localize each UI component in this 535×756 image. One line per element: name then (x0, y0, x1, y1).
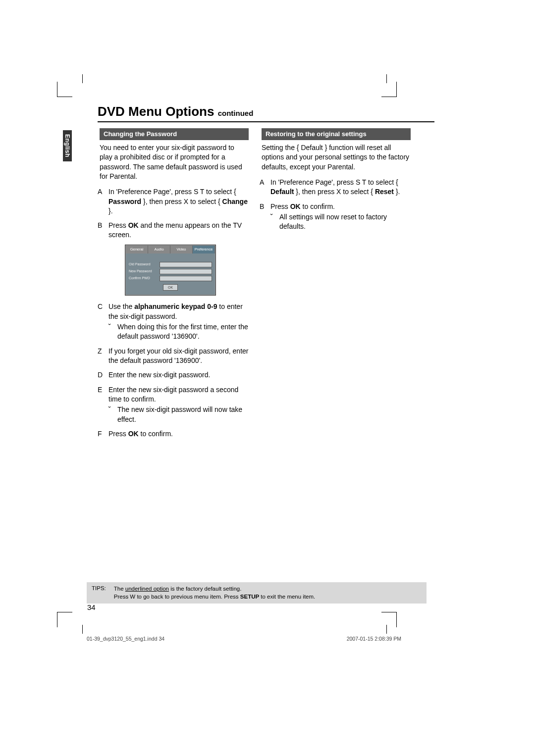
underlined-text: underlined option (125, 586, 169, 592)
crop-mark (57, 82, 72, 97)
footer-filename: 01-39_dvp3120_55_eng1.indd 34 (87, 636, 164, 642)
step-d: D Enter the new six-digit password. (98, 370, 249, 380)
text: Use the (108, 302, 134, 310)
step-label: C (98, 302, 108, 341)
footer-timestamp: 2007-01-15 2:08:39 PM (347, 636, 401, 642)
emphasis: alphanumeric keypad 0-9 (134, 302, 217, 310)
crop-tick (386, 625, 387, 634)
text: All settings will now reset to factory d… (279, 212, 411, 232)
osd-field (160, 262, 212, 267)
step-label: F (98, 429, 108, 439)
step-label: Z (98, 347, 108, 366)
title-main: DVD Menu Options (98, 104, 214, 119)
step-label: A (98, 187, 108, 216)
text: Press (108, 430, 128, 438)
right-column: Restoring to the original settings Setti… (260, 128, 411, 444)
osd-tab: Video (170, 246, 193, 253)
manual-page: English DVD Menu Options continued Chang… (77, 77, 433, 444)
page-title: DVD Menu Options continued (98, 104, 433, 119)
tips-label: TIPS: (92, 585, 106, 601)
language-tab: English (63, 130, 72, 161)
emphasis: OK (128, 430, 139, 438)
step-e: E Enter the new six-digit password a sec… (98, 385, 249, 424)
left-column: Changing the Password You need to enter … (98, 128, 249, 444)
step-label: B (260, 202, 270, 232)
text: If you forget your old six-digit passwor… (108, 347, 249, 366)
step-label: E (98, 385, 108, 424)
emphasis: Default (270, 188, 294, 196)
osd-field (160, 276, 212, 281)
text: }, then press X to select { (294, 188, 374, 196)
crop-tick (82, 625, 83, 634)
text: When doing this for the first time, ente… (117, 322, 249, 342)
osd-tab: General (126, 246, 148, 253)
step-label: B (98, 221, 108, 240)
step-z: Z If you forget your old six-digit passw… (98, 347, 249, 366)
emphasis: Reset (375, 188, 394, 196)
text: Enter the new six-digit password a secon… (108, 386, 238, 403)
step-label: A (260, 178, 270, 197)
title-rule (98, 121, 434, 122)
text: In 'Preference Page', press S T to selec… (270, 178, 398, 186)
text: The new six-digit password will now take… (117, 405, 249, 424)
tips-box: TIPS: The underlined option is the facto… (87, 582, 427, 604)
text: is the factory default setting. (169, 586, 241, 592)
section-heading: Restoring to the original settings (262, 128, 411, 140)
intro-text: You need to enter your six-digit passwor… (100, 143, 249, 181)
crop-mark (381, 612, 397, 627)
text: The (114, 586, 125, 592)
tips-body: The underlined option is the factory def… (114, 585, 316, 601)
osd-screenshot: General Audio Video Preference Old Passw… (125, 245, 215, 296)
step-a: A In 'Preference Page', press S T to sel… (260, 178, 411, 197)
step-f: F Press OK to confirm. (98, 429, 249, 439)
text: Press (108, 221, 128, 229)
title-sub: continued (218, 109, 254, 117)
osd-label: Old Password (129, 262, 160, 267)
text: In 'Preference Page', press S T to selec… (108, 188, 236, 196)
arrow-icon: ˘ (108, 322, 117, 342)
osd-tab: Audio (148, 246, 170, 253)
text: }, then press X to select { (141, 198, 222, 205)
arrow-icon: ˘ (270, 212, 279, 232)
text: Enter the new six-digit password. (108, 370, 249, 380)
page-number: 34 (87, 603, 96, 611)
text: to confirm. (301, 202, 335, 210)
text: }. (108, 207, 113, 215)
osd-label: New Password (129, 269, 160, 274)
emphasis: SETUP (240, 594, 259, 600)
emphasis: Password (108, 198, 141, 205)
osd-tab-active: Preference (193, 246, 215, 253)
step-b: B Press OK to confirm. ˘All settings wil… (260, 202, 411, 232)
section-heading: Changing the Password (100, 128, 249, 140)
step-c: C Use the alphanumeric keypad 0-9 to ent… (98, 302, 249, 341)
emphasis: OK (128, 221, 139, 229)
intro-text: Setting the { Default } function will re… (262, 143, 411, 172)
text: to exit the menu item. (259, 594, 315, 600)
step-label: D (98, 370, 108, 380)
osd-ok-button: OK (163, 284, 178, 291)
step-a: A In 'Preference Page', press S T to sel… (98, 187, 249, 216)
arrow-icon: ˘ (108, 405, 117, 424)
osd-field (160, 269, 212, 274)
text: Press (270, 202, 290, 210)
crop-mark (57, 612, 72, 627)
emphasis: Change (222, 198, 248, 205)
emphasis: OK (290, 202, 301, 210)
osd-label: Confirm PWD (129, 276, 160, 281)
text: }. (394, 188, 400, 196)
step-b: B Press OK and the menu appears on the T… (98, 221, 249, 240)
text: Press W to go back to previous menu item… (114, 594, 240, 600)
text: to confirm. (139, 430, 173, 438)
